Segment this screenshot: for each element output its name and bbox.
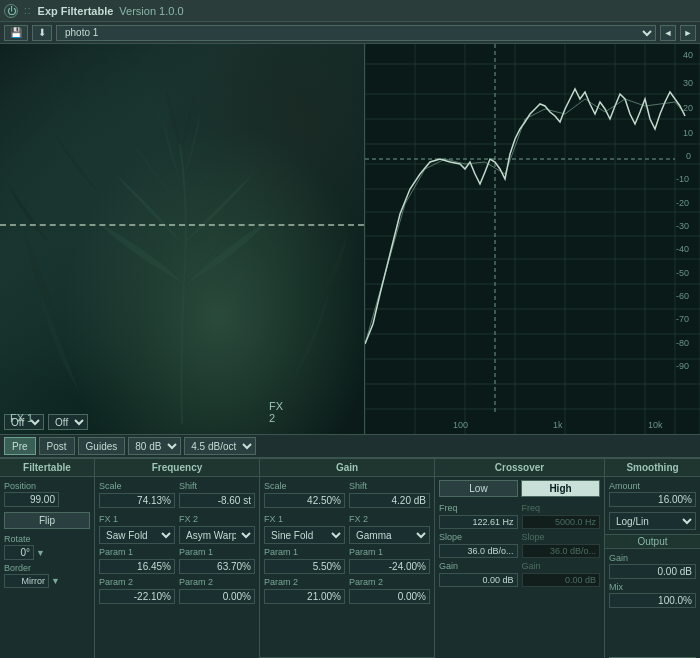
gain-fx1-label: FX 1 bbox=[264, 514, 345, 524]
svg-text:-60: -60 bbox=[676, 291, 689, 301]
freq-p1fx2-label: Param 1 bbox=[179, 547, 255, 557]
save-button[interactable]: 💾 bbox=[4, 25, 28, 41]
freq-low-value[interactable]: 122.61 Hz bbox=[439, 515, 518, 529]
svg-text:-90: -90 bbox=[676, 361, 689, 371]
svg-text:1k: 1k bbox=[553, 420, 563, 430]
flip-button[interactable]: Flip bbox=[4, 512, 90, 529]
border-arrow[interactable]: ▼ bbox=[51, 576, 60, 586]
filtertable-panel: Filtertable Position 99.00 Flip Rotate 0… bbox=[0, 459, 95, 658]
gain-p1fx1-value[interactable]: 5.50% bbox=[264, 559, 345, 574]
gain-panel: Gain Scale 42.50% Shift 4.20 dB FX 1 Sin… bbox=[260, 459, 435, 658]
gain-p2fx2-label: Param 2 bbox=[349, 577, 430, 587]
freq-fx2-label: FX 2 bbox=[179, 514, 255, 524]
smoothing-amount-value[interactable]: 16.00% bbox=[609, 492, 696, 507]
toolbar: 💾 ⬇ photo 1 ◄ ► bbox=[0, 22, 700, 44]
output-header: Output bbox=[605, 534, 700, 549]
gain-p2fx1-label: Param 2 bbox=[264, 577, 345, 587]
dashed-line bbox=[0, 224, 364, 226]
load-button[interactable]: ⬇ bbox=[32, 25, 52, 41]
position-label: Position bbox=[4, 481, 59, 491]
svg-text:10k: 10k bbox=[648, 420, 663, 430]
slope-low-label: Slope bbox=[439, 532, 518, 542]
fx2-select[interactable]: Off bbox=[48, 414, 88, 430]
gain-p2fx1-value[interactable]: 21.00% bbox=[264, 589, 345, 604]
freq-fx1-mode-select[interactable]: Saw Fold bbox=[99, 526, 175, 544]
slope-high-value[interactable]: 36.0 dB/o... bbox=[522, 544, 601, 558]
freq-p1fx1-value[interactable]: 16.45% bbox=[99, 559, 175, 574]
main-area: FX 1 Off FX 2 Off bbox=[0, 44, 700, 434]
crossover-header: Crossover bbox=[435, 459, 604, 477]
freq-high-label: Freq bbox=[522, 503, 601, 513]
gain-p1fx2-label: Param 1 bbox=[349, 547, 430, 557]
low-button[interactable]: Low bbox=[439, 480, 518, 497]
log-lin-select[interactable]: Log/Lin bbox=[609, 512, 696, 530]
gain-p2fx2-value[interactable]: 0.00% bbox=[349, 589, 430, 604]
gain-high-label: Gain bbox=[522, 561, 601, 571]
border-value[interactable]: Mirror bbox=[4, 574, 49, 588]
slope-select[interactable]: 4.5 dB/oct bbox=[184, 437, 256, 455]
rotate-label: Rotate bbox=[4, 534, 90, 544]
fx2-label: FX 2 bbox=[269, 400, 283, 424]
freq-p1fx1-label: Param 1 bbox=[99, 547, 175, 557]
svg-text:10: 10 bbox=[683, 128, 693, 138]
smoothing-header: Smoothing bbox=[605, 459, 700, 477]
rotate-arrow[interactable]: ▼ bbox=[36, 548, 45, 558]
slope-low-value[interactable]: 36.0 dB/o... bbox=[439, 544, 518, 558]
svg-text:40: 40 bbox=[683, 50, 693, 60]
border-label: Border bbox=[4, 563, 90, 573]
freq-shift-label: Shift bbox=[179, 481, 255, 491]
pre-button[interactable]: Pre bbox=[4, 437, 36, 455]
gain-shift-label: Shift bbox=[349, 481, 430, 491]
freq-high-value[interactable]: 5000.0 Hz bbox=[522, 515, 601, 529]
freq-shift-value[interactable]: -8.60 st bbox=[179, 493, 255, 508]
gain-p1fx2-value[interactable]: -24.00% bbox=[349, 559, 430, 574]
svg-text:-50: -50 bbox=[676, 268, 689, 278]
output-gain-value[interactable]: 0.00 dB bbox=[609, 564, 696, 579]
output-gain-label: Gain bbox=[609, 553, 696, 563]
db-range-select[interactable]: 80 dB bbox=[128, 437, 181, 455]
freq-fx1-label: FX 1 bbox=[99, 514, 175, 524]
output-mix-value[interactable]: 100.0% bbox=[609, 593, 696, 608]
frequency-graph[interactable]: 40 30 20 10 0 -10 -20 -30 -40 -50 -60 -7… bbox=[365, 44, 700, 434]
gain-fx2-mode-select[interactable]: Gamma bbox=[349, 526, 430, 544]
freq-scale-value[interactable]: 74.13% bbox=[99, 493, 175, 508]
rotate-value[interactable]: 0° bbox=[4, 545, 34, 560]
filtertable-header: Filtertable bbox=[0, 459, 94, 477]
frequency-header: Frequency bbox=[95, 459, 259, 477]
prev-preset-button[interactable]: ◄ bbox=[660, 25, 676, 41]
freq-p2fx2-label: Param 2 bbox=[179, 577, 255, 587]
next-preset-button[interactable]: ► bbox=[680, 25, 696, 41]
drag-handle[interactable]: :: bbox=[24, 5, 32, 16]
svg-text:-80: -80 bbox=[676, 338, 689, 348]
gain-header: Gain bbox=[260, 459, 434, 477]
gain-scale-value[interactable]: 42.50% bbox=[264, 493, 345, 508]
svg-text:20: 20 bbox=[683, 103, 693, 113]
high-button[interactable]: High bbox=[521, 480, 600, 497]
guides-button[interactable]: Guides bbox=[78, 437, 126, 455]
svg-text:0: 0 bbox=[686, 151, 691, 161]
gain-fx1-mode-select[interactable]: Sine Fold bbox=[264, 526, 345, 544]
gain-low-label: Gain bbox=[439, 561, 518, 571]
svg-text:100: 100 bbox=[453, 420, 468, 430]
freq-scale-label: Scale bbox=[99, 481, 175, 491]
freq-p2fx1-value[interactable]: -22.10% bbox=[99, 589, 175, 604]
preset-select[interactable]: photo 1 bbox=[56, 25, 656, 41]
post-button[interactable]: Post bbox=[39, 437, 75, 455]
gain-shift-value[interactable]: 4.20 dB bbox=[349, 493, 430, 508]
position-value[interactable]: 99.00 bbox=[4, 492, 59, 507]
freq-p1fx2-value[interactable]: 63.70% bbox=[179, 559, 255, 574]
gain-low-value[interactable]: 0.00 dB bbox=[439, 573, 518, 587]
fx1-label: FX 1 bbox=[10, 412, 33, 424]
bottom-panels: Filtertable Position 99.00 Flip Rotate 0… bbox=[0, 458, 700, 658]
freq-p2fx2-value[interactable]: 0.00% bbox=[179, 589, 255, 604]
power-button[interactable]: ⏻ bbox=[4, 4, 18, 18]
gain-high-value[interactable]: 0.00 dB bbox=[522, 573, 601, 587]
svg-text:-10: -10 bbox=[676, 174, 689, 184]
app-version: Version 1.0.0 bbox=[119, 5, 183, 17]
crossover-panel: Crossover Low High Freq 122.61 Hz Freq 5… bbox=[435, 459, 605, 658]
app-title: Exp Filtertable bbox=[38, 5, 114, 17]
freq-fx2-mode-select[interactable]: Asym Warp bbox=[179, 526, 255, 544]
leaf-decoration bbox=[0, 44, 365, 434]
gain-scale-label: Scale bbox=[264, 481, 345, 491]
frequency-panel: Frequency Scale 74.13% Shift -8.60 st FX… bbox=[95, 459, 260, 658]
